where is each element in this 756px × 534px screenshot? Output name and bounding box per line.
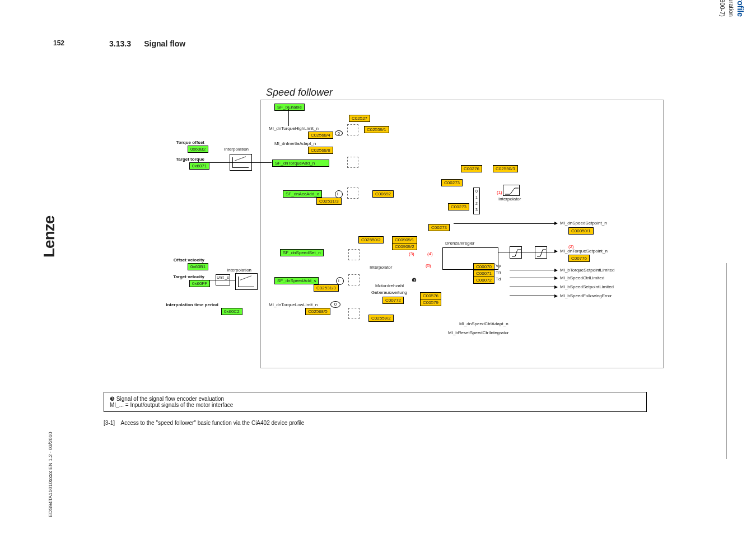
wire <box>498 252 554 252</box>
arrow-icon <box>554 250 558 253</box>
c00692: C00692 <box>372 190 394 198</box>
mi-bspeedsp-lim: MI_bSpeedSetpointLimited <box>560 284 614 289</box>
c02559-1: C02559/1 <box>364 126 389 133</box>
c00579: C00579 <box>420 299 441 306</box>
mi-inertia: MI_dnInertiaAdapt_n <box>274 141 316 146</box>
interp-box-bottom <box>235 273 258 290</box>
mi-torquehigh: MI_dnTorqueHighLimit_n <box>269 126 319 131</box>
limit-box-2 <box>535 246 547 259</box>
wire <box>208 162 272 163</box>
target-velocity-idx: 0x60FF <box>189 280 210 287</box>
arrow-icon <box>554 269 558 272</box>
circle-i-1: i <box>337 191 338 196</box>
interpolator-b: Interpolator <box>370 265 392 270</box>
wire <box>510 270 554 270</box>
geberauswertung-label: Geberauswertung <box>371 290 407 295</box>
wire <box>454 223 554 224</box>
mi-bresetspeed: MI_bResetSpeedCtrlIntegrator <box>448 330 509 335</box>
speed-controller-block <box>442 247 498 270</box>
side-title-2: Parameter setting & configuration <box>728 0 735 17</box>
side-title-3: Cyclic synchronous velocity mode (IEC 61… <box>719 0 726 17</box>
wire <box>208 280 235 280</box>
signal-flow-diagram: Speed follower Torque offset 0x60B2 Targ… <box>106 73 650 386</box>
wire <box>510 296 554 296</box>
c02559-2: C02559/2 <box>368 315 394 322</box>
c00276: C00276 <box>461 165 482 172</box>
tn-label: Tn <box>496 270 501 275</box>
target-torque-idx: 0x6071 <box>189 162 209 170</box>
c02550-3: C02550/3 <box>493 165 518 172</box>
c00776: C00776 <box>568 255 590 262</box>
section-title: Signal flow <box>144 39 185 48</box>
arrow-icon <box>554 222 558 225</box>
switch-box <box>347 124 358 135</box>
mi-speedsetpoint: MI_dnSpeedSetpoint_n <box>560 221 607 226</box>
motordrehzahl-label: Motordrehzahl <box>375 283 404 288</box>
selector-0123: 0 1 2 3 <box>473 188 480 214</box>
interpolation-label-bottom: Interpolation <box>227 268 251 273</box>
torque-offset-label: Torque offset <box>162 140 204 145</box>
sum-icon <box>336 277 344 285</box>
bullet-3: ❸ <box>412 277 417 283</box>
wire <box>288 109 289 126</box>
figure-num: [3-1] <box>104 420 115 426</box>
mi-bspeedctrllim: MI_bSpeedCtrlLimited <box>560 275 604 280</box>
circle-i-2: i <box>338 278 339 283</box>
arrow-icon <box>554 285 558 289</box>
c02568-5: C02568/5 <box>305 308 330 315</box>
mi-torquelow: MI_dnTorqueLowLimit_n <box>269 302 318 307</box>
target-velocity-label: Target velocity <box>148 274 204 279</box>
c00273b: C00273 <box>448 203 469 210</box>
diagram-frame <box>260 100 664 368</box>
offset-velocity-label: Offset velocity <box>148 257 204 263</box>
red-5: (5) <box>426 263 431 268</box>
mi-bspeedfollow: MI_bSpeedFollowingError <box>560 293 612 298</box>
page-number: 152 <box>53 39 64 47</box>
side-right-block: 9400 Technology applications | CiA402 de… <box>717 17 745 442</box>
switch-box <box>347 188 358 199</box>
c00273a: C00273 <box>441 179 463 186</box>
interp-period-idx: 0x60C2 <box>221 308 242 315</box>
mi-speedctrladapt: MI_dnSpeedCtrlAdapt_n <box>459 321 508 326</box>
red-3: (3) <box>409 251 414 256</box>
c00072: C00072 <box>473 277 494 284</box>
c00772: C00772 <box>382 297 404 304</box>
c02527: C02527 <box>349 115 370 122</box>
sf-benable: SF_bEnable <box>274 104 305 111</box>
arrow-icon <box>554 294 558 298</box>
sf-dntorqueadd: SF_dnTorqueAdd_n <box>272 160 329 167</box>
c00273c: C00273 <box>428 224 450 231</box>
offset-velocity-idx: 0x60B1 <box>188 263 208 270</box>
switch-box <box>348 308 360 319</box>
c02550-2: C02550/2 <box>358 236 384 243</box>
limit-box-1 <box>510 246 522 259</box>
interpolator-a: Interpolator <box>498 196 521 202</box>
sf-dnspeedadd: SF_dnSpeedAdd_s <box>274 277 319 284</box>
sf-dnaccadd: SF_dnAccAdd_x <box>283 190 322 198</box>
td-label: Td <box>496 277 501 282</box>
doc-id: EDS94TA11010xxxx EN 1.2 · 03/2010 <box>48 432 53 517</box>
caption-line-2: MI_... = Input/output signals of the mot… <box>110 402 641 408</box>
c00050-1: C00050/1 <box>568 227 594 235</box>
wire <box>510 278 554 278</box>
interpolation-label-top: Interpolation <box>224 147 249 152</box>
side-divider <box>726 263 727 459</box>
zero-oval: 0 <box>330 301 340 308</box>
lenze-logo: Lenze <box>40 216 58 257</box>
c02531-3a: C02531/3 <box>316 198 342 205</box>
section-num: 3.13.3 <box>109 39 131 48</box>
sum-icon <box>335 190 343 198</box>
diagram-title: Speed follower <box>266 87 333 99</box>
section-header: 3.13.3 Signal flow <box>109 39 185 48</box>
c00909-2: C00909/2 <box>392 243 417 250</box>
red-1: (1) <box>497 190 502 195</box>
switch-box <box>348 249 360 260</box>
c02568-4: C02568/4 <box>308 132 333 139</box>
figure-caption: [3-1] Access to the "speed follower" bas… <box>104 420 304 426</box>
side-title-1: 9400 Technology applications | CiA402 de… <box>736 0 745 17</box>
arrow-icon <box>554 277 558 280</box>
caption-line-1: ❸ Signal of the signal flow encoder eval… <box>110 396 641 402</box>
zero-oval-2: 0 <box>335 130 343 136</box>
drehzahlregler-label: Drehzahlregler <box>445 241 474 246</box>
ramp-box <box>503 185 520 196</box>
